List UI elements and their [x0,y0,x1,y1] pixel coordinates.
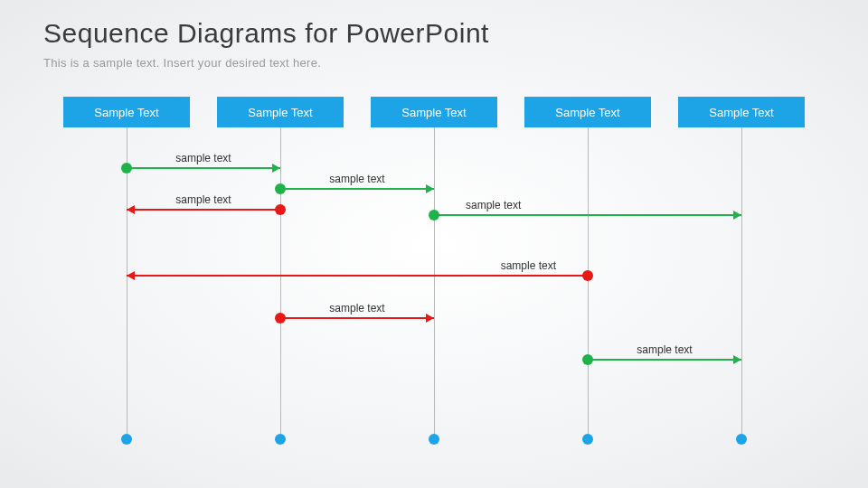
lifeline [280,127,281,439]
lifeline [741,127,742,439]
message-label: sample text [329,302,384,314]
arrowhead-icon [127,271,135,280]
lifeline [434,127,435,439]
lifeline-header: Sample Text [217,97,344,127]
lifeline [588,127,589,439]
lifeline-header: Sample Text [678,97,805,127]
lifeline-end-dot [275,434,286,445]
arrowhead-icon [426,184,434,193]
message-label: sample text [637,343,692,356]
message-label: sample text [175,152,231,164]
lifeline-end-dot [582,434,593,445]
arrow-shaft [127,167,280,169]
arrowhead-icon [272,164,280,173]
arrow-shaft [127,275,588,277]
arrow-origin-dot [275,183,286,194]
arrowhead-icon [127,205,135,214]
lifeline-header: Sample Text [524,97,651,127]
message-label: sample text [175,193,231,206]
arrow-shaft [588,359,741,361]
sequence-diagram: Sample TextSample TextSample TextSample … [0,0,868,488]
arrow-shaft [434,214,741,216]
lifeline [127,127,127,439]
arrowhead-icon [426,314,434,323]
arrowhead-icon [733,211,741,220]
message-label: sample text [501,259,556,272]
arrow-shaft [280,317,434,319]
lifeline-end-dot [121,434,132,445]
arrowhead-icon [733,355,741,364]
arrow-shaft [127,209,280,211]
arrow-origin-dot [429,210,439,221]
lifeline-end-dot [429,434,439,445]
arrow-origin-dot [275,313,286,324]
lifeline-end-dot [736,434,747,445]
arrow-origin-dot [582,354,593,365]
lifeline-header: Sample Text [63,97,190,127]
message-label: sample text [329,173,384,185]
arrow-origin-dot [582,270,593,281]
arrow-origin-dot [121,163,132,174]
arrow-origin-dot [275,204,286,215]
arrow-shaft [280,188,434,190]
message-label: sample text [466,199,521,211]
lifeline-header: Sample Text [371,97,497,127]
